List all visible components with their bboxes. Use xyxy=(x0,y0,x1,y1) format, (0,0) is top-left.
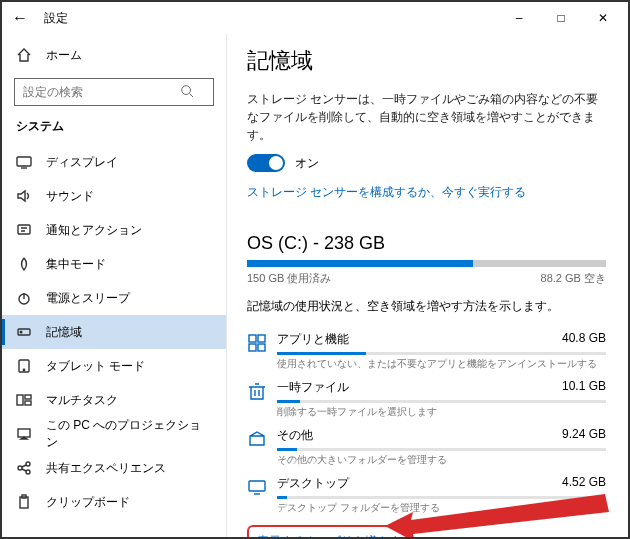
category-row[interactable]: アプリと機能40.8 GB使用されていない、または不要なアプリと機能をアンインス… xyxy=(247,325,606,373)
svg-point-12 xyxy=(18,466,22,470)
svg-rect-20 xyxy=(258,344,265,351)
category-sub: デスクトップ フォルダーを管理する xyxy=(277,501,606,515)
category-name: 一時ファイル xyxy=(277,379,349,396)
used-label: 150 GB 使用済み xyxy=(247,271,331,286)
drive-usage-bar xyxy=(247,260,606,267)
nav-focus[interactable]: 集中モード xyxy=(2,247,226,281)
home-icon xyxy=(16,47,32,63)
usage-note: 記憶域の使用状況と、空き領域を増やす方法を示します。 xyxy=(247,298,606,315)
category-size: 9.24 GB xyxy=(562,427,606,444)
nav-label: サウンド xyxy=(46,188,94,205)
svg-rect-17 xyxy=(249,335,256,342)
toggle-label: オン xyxy=(295,155,319,172)
category-sub: その他の大きいフォルダーを管理する xyxy=(277,453,606,467)
free-label: 88.2 GB 空き xyxy=(541,271,606,286)
show-more-link[interactable]: 表示するカテゴリを増やす xyxy=(257,534,401,537)
nav-multitask[interactable]: マルチタスク xyxy=(2,383,226,417)
clipboard-icon xyxy=(16,494,32,510)
multitask-icon xyxy=(16,392,32,408)
category-size: 40.8 GB xyxy=(562,331,606,348)
home-link[interactable]: ホーム xyxy=(2,38,226,72)
nav-label: タブレット モード xyxy=(46,358,145,375)
svg-point-7 xyxy=(23,369,24,370)
category-size: 4.52 GB xyxy=(562,475,606,492)
nav-label: 共有エクスペリエンス xyxy=(46,460,166,477)
share-icon xyxy=(16,460,32,476)
category-sub: 使用されていない、または不要なアプリと機能をアンインストールする xyxy=(277,357,606,371)
svg-rect-18 xyxy=(258,335,265,342)
svg-point-14 xyxy=(26,470,30,474)
nav-storage[interactable]: 記憶域 xyxy=(2,315,226,349)
svg-rect-11 xyxy=(18,429,30,437)
nav-label: 集中モード xyxy=(46,256,106,273)
category-icon xyxy=(247,381,267,401)
content-area: 記憶域 ストレージ センサーは、一時ファイルやごみ箱の内容などの不要なファイルを… xyxy=(227,34,628,537)
nav-shared[interactable]: 共有エクスペリエンス xyxy=(2,451,226,485)
nav-power[interactable]: 電源とスリープ xyxy=(2,281,226,315)
nav-tablet[interactable]: タブレット モード xyxy=(2,349,226,383)
minimize-button[interactable]: – xyxy=(498,4,540,32)
tablet-icon xyxy=(16,358,32,374)
category-icon xyxy=(247,429,267,449)
svg-rect-21 xyxy=(249,481,265,491)
svg-rect-9 xyxy=(25,395,31,399)
sidebar: ホーム システム ディスプレイ サウンド xyxy=(2,34,227,537)
nav-sound[interactable]: サウンド xyxy=(2,179,226,213)
nav-label: 通知とアクション xyxy=(46,222,142,239)
category-row[interactable]: デスクトップ4.52 GBデスクトップ フォルダーを管理する xyxy=(247,469,606,517)
back-button[interactable]: ← xyxy=(6,4,34,32)
nav-clipboard[interactable]: クリップボード xyxy=(2,485,226,519)
svg-rect-8 xyxy=(17,395,23,405)
nav-label: ディスプレイ xyxy=(46,154,118,171)
svg-rect-1 xyxy=(17,157,31,166)
nav-label: マルチタスク xyxy=(46,392,118,409)
focus-icon xyxy=(16,256,32,272)
svg-rect-19 xyxy=(249,344,256,351)
category-row[interactable]: その他9.24 GBその他の大きいフォルダーを管理する xyxy=(247,421,606,469)
category-size: 10.1 GB xyxy=(562,379,606,396)
nav-projection[interactable]: この PC へのプロジェクション xyxy=(2,417,226,451)
svg-rect-10 xyxy=(25,401,31,405)
svg-rect-2 xyxy=(18,225,30,234)
category-name: デスクトップ xyxy=(277,475,349,492)
nav-label: 記憶域 xyxy=(46,324,82,341)
power-icon xyxy=(16,290,32,306)
home-label: ホーム xyxy=(46,47,82,64)
notification-icon xyxy=(16,222,32,238)
nav-display[interactable]: ディスプレイ xyxy=(2,145,226,179)
storage-icon xyxy=(16,324,32,340)
category-icon xyxy=(247,333,267,353)
show-more-highlight: 表示するカテゴリを増やす xyxy=(247,525,411,537)
category-name: アプリと機能 xyxy=(277,331,349,348)
nav-label: クリップボード xyxy=(46,494,130,511)
display-icon xyxy=(16,154,32,170)
nav-notifications[interactable]: 通知とアクション xyxy=(2,213,226,247)
svg-point-5 xyxy=(20,331,22,333)
svg-point-0 xyxy=(182,86,191,95)
category-sub: 削除する一時ファイルを選択します xyxy=(277,405,606,419)
category-icon xyxy=(247,477,267,497)
nav-label: 電源とスリープ xyxy=(46,290,130,307)
group-title: システム xyxy=(2,116,226,145)
projection-icon xyxy=(16,426,32,442)
page-description: ストレージ センサーは、一時ファイルやごみ箱の内容などの不要なファイルを削除して… xyxy=(247,90,606,144)
window-title: 設定 xyxy=(44,10,68,27)
maximize-button[interactable]: □ xyxy=(540,4,582,32)
close-button[interactable]: ✕ xyxy=(582,4,624,32)
page-heading: 記憶域 xyxy=(247,46,606,76)
storage-sense-toggle[interactable] xyxy=(247,154,285,172)
category-row[interactable]: 一時ファイル10.1 GB削除する一時ファイルを選択します xyxy=(247,373,606,421)
nav-label: この PC へのプロジェクション xyxy=(46,417,212,451)
category-name: その他 xyxy=(277,427,313,444)
sound-icon xyxy=(16,188,32,204)
svg-point-13 xyxy=(26,462,30,466)
drive-title: OS (C:) - 238 GB xyxy=(247,233,606,254)
configure-link[interactable]: ストレージ センサーを構成するか、今すぐ実行する xyxy=(247,184,526,201)
